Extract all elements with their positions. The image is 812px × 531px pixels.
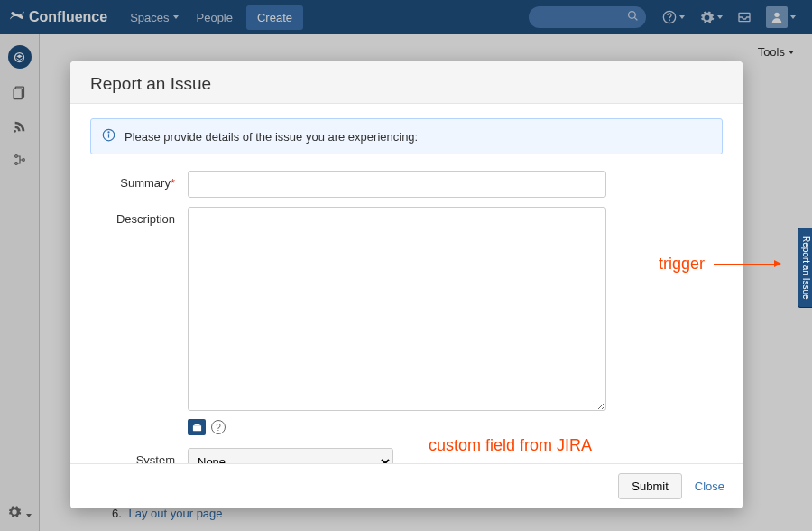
report-issue-dialog: Report an Issue Please provide details o…: [70, 61, 743, 508]
description-row: Description ?: [90, 207, 723, 435]
dialog-body: Please provide details of the issue you …: [70, 104, 743, 463]
summary-row: Summary*: [90, 171, 723, 198]
attachment-button[interactable]: [188, 419, 206, 435]
submit-button[interactable]: Submit: [618, 473, 681, 499]
summary-input[interactable]: [188, 171, 606, 198]
description-textarea[interactable]: [188, 207, 606, 411]
info-icon: [102, 128, 115, 144]
info-banner: Please provide details of the issue you …: [90, 118, 723, 154]
system-row: System None: [90, 448, 723, 463]
summary-label-text: Summary: [120, 176, 171, 190]
svg-rect-15: [192, 425, 200, 431]
help-icon[interactable]: ?: [211, 420, 226, 434]
dialog-footer: Submit Close: [70, 463, 743, 508]
system-select[interactable]: None: [188, 448, 393, 463]
dialog-title: Report an Issue: [90, 74, 723, 94]
system-label: System: [90, 448, 188, 463]
info-banner-text: Please provide details of the issue you …: [125, 130, 418, 144]
close-link[interactable]: Close: [695, 480, 724, 493]
report-issue-trigger-tab[interactable]: Report an Issue: [798, 228, 812, 308]
svg-point-14: [108, 132, 109, 133]
summary-label: Summary*: [90, 171, 188, 198]
required-asterisk: *: [171, 176, 175, 190]
dialog-header: Report an Issue: [70, 61, 743, 104]
description-label: Description: [90, 207, 188, 435]
